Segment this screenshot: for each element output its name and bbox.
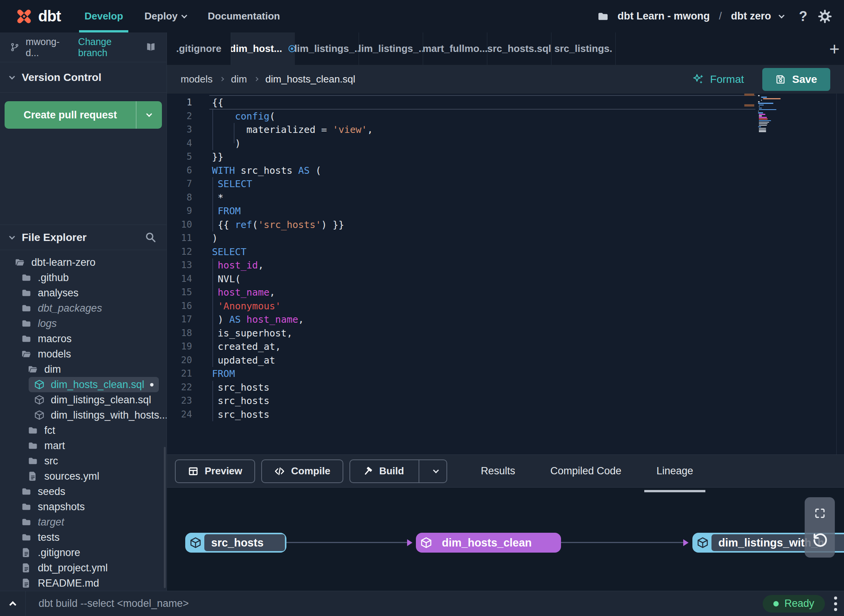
tab-src-hosts-sql[interactable]: src_hosts.sql	[487, 32, 551, 65]
breadcrumb-models[interactable]: models	[181, 73, 213, 85]
breadcrumb-dim[interactable]: dim	[231, 73, 247, 85]
tree-item-src[interactable]: src	[0, 453, 167, 469]
tree-item-dim[interactable]: dim	[0, 362, 167, 377]
tree-item-dbt-learn-zero[interactable]: dbt-learn-zero	[0, 255, 167, 270]
lineage-node-dim-hosts-clean[interactable]: dim_hosts_clean	[416, 533, 561, 553]
tab-dim-listings[interactable]: dim_listings_...	[295, 32, 359, 65]
compile-button[interactable]: Compile	[261, 459, 343, 483]
code-line-4: )	[197, 137, 844, 150]
fullscreen-icon[interactable]	[814, 507, 826, 519]
tab-src-listings[interactable]: src_listings.	[551, 32, 616, 65]
tab-dim-host[interactable]: dim_host...	[231, 32, 295, 65]
code-area[interactable]: {{ config( materialized = 'view', )}}WIT…	[197, 94, 844, 454]
chevron-down-icon	[433, 467, 439, 473]
line-number: 7	[167, 177, 197, 191]
branch-row: mwong-d... Change branch	[0, 32, 167, 62]
account-name[interactable]: dbt Learn - mwong	[618, 10, 710, 22]
tree-item-dim-hosts-clean-sql[interactable]: dim_hosts_clean.sql	[0, 377, 167, 392]
code-line-14: NVL(	[197, 272, 844, 286]
lineage-node-src-hosts[interactable]: src_hosts	[185, 533, 286, 553]
panel-tab-lineage[interactable]: Lineage	[639, 455, 711, 487]
tree-item-macros[interactable]: macros	[0, 331, 167, 346]
new-tab-button[interactable]: +	[825, 32, 844, 65]
tree-item-gitignore[interactable]: .gitignore	[0, 545, 167, 560]
reset-view-icon[interactable]	[812, 532, 828, 548]
docs-book-icon[interactable]	[145, 41, 157, 53]
command-input[interactable]: dbt build --select <model_name>	[39, 598, 763, 610]
settings-gear-icon[interactable]	[818, 10, 832, 23]
panel-tab-results[interactable]: Results	[463, 455, 533, 487]
tree-item-logs[interactable]: logs	[0, 316, 167, 331]
project-chevron-down-icon[interactable]	[779, 12, 785, 18]
panel-tab-compiled-code[interactable]: Compiled Code	[533, 455, 639, 487]
floppy-disk-icon	[775, 74, 786, 85]
tree-item-mart[interactable]: mart	[0, 438, 167, 453]
file-explorer-header[interactable]: File Explorer	[0, 225, 167, 250]
code-line-20: updated_at	[197, 354, 844, 367]
build-options-chevron[interactable]	[425, 470, 446, 472]
main-area: .gitignoredim_host...dim_listings_...dim…	[167, 32, 844, 591]
tree-item-label: dbt_packages	[38, 302, 102, 314]
main-nav: Develop Deploy Documentation	[84, 0, 280, 32]
folder-icon	[27, 440, 38, 451]
tab-mart-fullmo[interactable]: mart_fullmo...	[423, 32, 487, 65]
breadcrumb-file: dim_hosts_clean.sql	[265, 73, 356, 85]
pr-options-chevron[interactable]	[136, 101, 162, 129]
tree-item-seeds[interactable]: seeds	[0, 484, 167, 499]
tree-item-snapshots[interactable]: snapshots	[0, 499, 167, 514]
tab-gitignore[interactable]: .gitignore	[167, 32, 231, 65]
file-icon	[21, 578, 32, 589]
line-number: 21	[167, 367, 197, 381]
create-pull-request-button[interactable]: Create pull request	[5, 101, 162, 129]
tree-item-dim-listings-with-hosts[interactable]: dim_listings_with_hosts...	[0, 407, 167, 423]
breadcrumb-bar: models dim dim_hosts_clean.sql Format Sa…	[167, 65, 844, 94]
model-cube-icon	[694, 534, 711, 551]
code-line-9: FROM	[197, 204, 844, 218]
folder-open-icon	[21, 349, 32, 359]
tree-item-sources-yml[interactable]: sources.yml	[0, 469, 167, 484]
search-icon[interactable]	[145, 231, 157, 243]
line-number: 23	[167, 394, 197, 408]
lineage-canvas[interactable]: src_hosts dim_hosts_clean dim_listings_w…	[167, 488, 844, 591]
help-icon[interactable]: ?	[799, 8, 807, 24]
tree-item-label: macros	[38, 333, 72, 345]
tree-item-dbt-packages[interactable]: dbt_packages	[0, 301, 167, 316]
preview-button[interactable]: Preview	[175, 459, 255, 483]
nav-deploy[interactable]: Deploy	[144, 0, 186, 32]
file-icon	[21, 563, 32, 573]
tree-item-github[interactable]: .github	[0, 270, 167, 285]
kebab-menu-icon[interactable]	[831, 597, 844, 611]
folder-icon	[21, 532, 32, 543]
button-divider	[419, 460, 419, 482]
file-icon	[27, 471, 38, 482]
tree-item-dim-listings-clean-sql[interactable]: dim_listings_clean.sql	[0, 392, 167, 407]
sidebar-scrollbar[interactable]	[164, 447, 166, 588]
model-icon	[34, 379, 45, 390]
format-button[interactable]: Format	[692, 73, 744, 86]
tab-dim-listings[interactable]: dim_listings_...	[359, 32, 423, 65]
code-editor[interactable]: 123456789101112131415161718192021222324 …	[167, 94, 844, 454]
save-button[interactable]: Save	[762, 68, 830, 91]
tree-item-dbt-project-yml[interactable]: dbt_project.yml	[0, 560, 167, 576]
tree-item-readme-md[interactable]: README.md	[0, 576, 167, 591]
dbt-logo[interactable]: dbt	[14, 6, 61, 27]
nav-documentation[interactable]: Documentation	[208, 0, 280, 32]
folder-icon	[21, 333, 32, 344]
build-button[interactable]: Build	[349, 459, 447, 483]
status-label: Ready	[784, 598, 814, 610]
line-number: 24	[167, 408, 197, 422]
tree-item-models[interactable]: models	[0, 346, 167, 362]
command-bar: dbt build --select <model_name> Ready	[0, 591, 844, 616]
change-branch-link[interactable]: Change branch	[78, 36, 139, 58]
model-icon	[34, 394, 45, 405]
version-control-header[interactable]: Version Control	[0, 62, 167, 93]
command-bar-toggle[interactable]	[0, 591, 26, 616]
tree-item-fct[interactable]: fct	[0, 423, 167, 438]
tree-item-label: dim_listings_clean.sql	[51, 394, 151, 406]
tree-item-tests[interactable]: tests	[0, 530, 167, 545]
tree-item-label: .gitignore	[38, 547, 80, 559]
nav-develop[interactable]: Develop	[84, 0, 123, 32]
project-name[interactable]: dbt zero	[731, 10, 771, 22]
tree-item-analyses[interactable]: analyses	[0, 285, 167, 301]
tree-item-target[interactable]: target	[0, 514, 167, 530]
